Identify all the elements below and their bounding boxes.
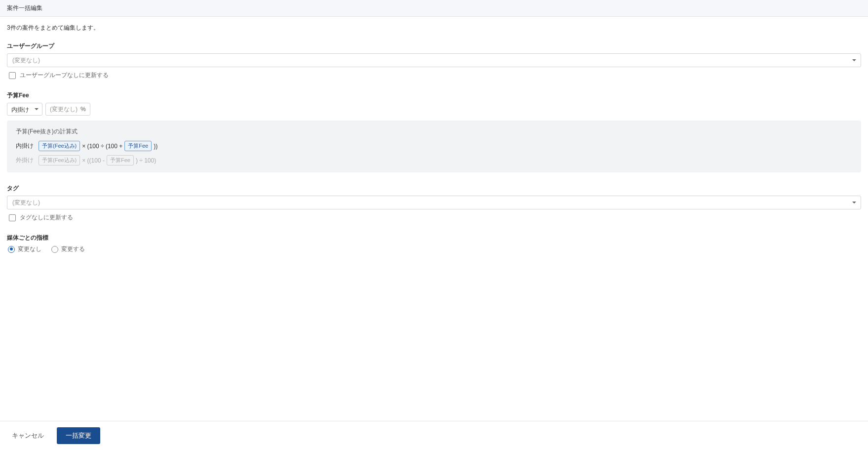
formula-chip-budget-fee: 予算Fee: [124, 141, 152, 151]
budget-formula-box: 予算(Fee抜き)の計算式 内掛け 予算(Fee込み) × (100 ÷ (10…: [7, 121, 861, 172]
media-metrics-label: 媒体ごとの指標: [7, 234, 861, 242]
tag-checkbox-row: タグなしに更新する: [7, 213, 861, 222]
section-budget-fee: 予算Fee 内掛け (変更なし) % 予算(Fee抜き)の計算式 内掛け 予算(…: [7, 91, 861, 172]
section-tag: タグ (変更なし) タグなしに更新する: [7, 184, 861, 222]
formula-text: × (100 ÷ (100 +: [82, 143, 122, 150]
tag-clear-checkbox[interactable]: [9, 214, 16, 221]
subtitle-text: 3件の案件をまとめて編集します。: [7, 24, 861, 32]
formula-line-internal: 内掛け 予算(Fee込み) × (100 ÷ (100 + 予算Fee )): [16, 141, 852, 151]
radio-icon: [51, 246, 58, 253]
budget-fee-type-select[interactable]: 内掛け: [7, 103, 42, 116]
dialog-footer: キャンセル 一括変更: [0, 421, 868, 450]
formula-title: 予算(Fee抜き)の計算式: [16, 127, 852, 136]
submit-button[interactable]: 一括変更: [57, 427, 100, 444]
budget-fee-percent-placeholder: (変更なし): [50, 105, 78, 114]
radio-no-change[interactable]: 変更なし: [8, 245, 41, 253]
formula-chip-budget-incl: 予算(Fee込み): [39, 141, 80, 151]
tag-label: タグ: [7, 184, 861, 193]
radio-label-no-change: 変更なし: [18, 245, 41, 253]
user-group-label: ユーザーグループ: [7, 42, 861, 50]
radio-icon: [8, 246, 15, 253]
formula-label-external: 外掛け: [16, 156, 37, 164]
formula-chip-budget-incl-muted: 予算(Fee込み): [39, 155, 80, 165]
formula-text: × ((100 -: [82, 157, 105, 164]
formula-label-internal: 内掛け: [16, 142, 37, 150]
budget-fee-row: 内掛け (変更なし) %: [7, 103, 861, 116]
percent-sign: %: [80, 106, 86, 113]
dialog-content: 3件の案件をまとめて編集します。 ユーザーグループ (変更なし) ユーザーグルー…: [0, 17, 868, 421]
dialog-title: 案件一括編集: [7, 4, 42, 11]
radio-change[interactable]: 変更する: [51, 245, 85, 253]
radio-label-change: 変更する: [61, 245, 85, 253]
user-group-checkbox-row: ユーザーグループなしに更新する: [7, 71, 861, 80]
formula-text: )): [154, 143, 158, 150]
dialog-header: 案件一括編集: [0, 0, 868, 17]
user-group-checkbox-label: ユーザーグループなしに更新する: [20, 71, 109, 80]
formula-chip-budget-fee-muted: 予算Fee: [107, 155, 134, 165]
formula-line-external: 外掛け 予算(Fee込み) × ((100 - 予算Fee ) ÷ 100): [16, 155, 852, 165]
section-user-group: ユーザーグループ (変更なし) ユーザーグループなしに更新する: [7, 42, 861, 80]
media-metrics-radio-group: 変更なし 変更する: [7, 245, 861, 253]
formula-text: ) ÷ 100): [136, 157, 156, 164]
user-group-select-value: (変更なし): [7, 53, 861, 67]
user-group-clear-checkbox[interactable]: [9, 72, 16, 79]
budget-fee-label: 予算Fee: [7, 91, 861, 100]
tag-checkbox-label: タグなしに更新する: [20, 213, 73, 222]
budget-fee-type-value: 内掛け: [7, 103, 42, 116]
tag-select-value: (変更なし): [7, 196, 861, 209]
budget-fee-percent-input[interactable]: (変更なし) %: [45, 103, 90, 116]
user-group-select[interactable]: (変更なし): [7, 53, 861, 67]
section-media-metrics: 媒体ごとの指標 変更なし 変更する: [7, 234, 861, 253]
tag-select[interactable]: (変更なし): [7, 196, 861, 209]
cancel-button[interactable]: キャンセル: [7, 428, 49, 443]
